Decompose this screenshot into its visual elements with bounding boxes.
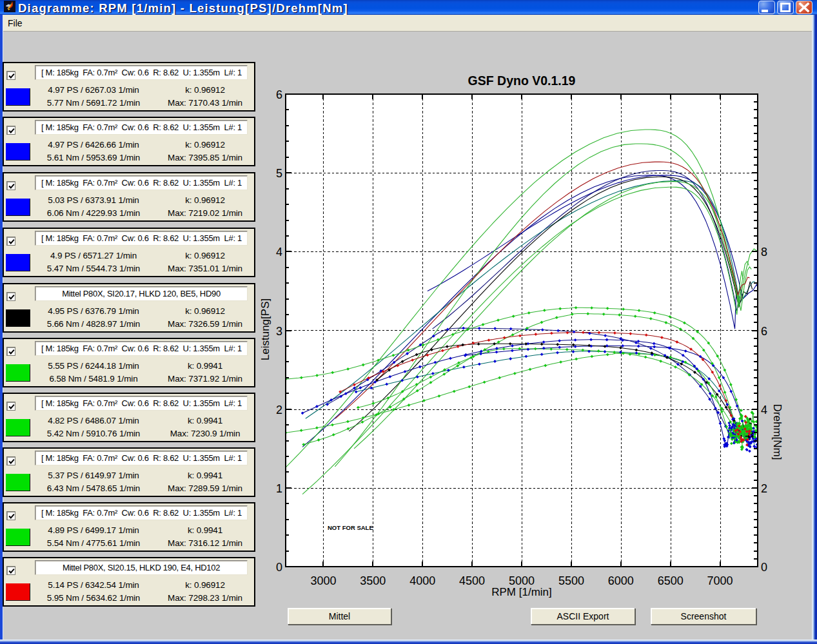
svg-text:7000: 7000: [707, 574, 733, 587]
svg-text:2: 2: [276, 404, 282, 416]
svg-text:1: 1: [276, 482, 282, 495]
svg-text:6: 6: [761, 325, 767, 338]
svg-text:5000: 5000: [509, 574, 535, 587]
svg-text:0: 0: [761, 561, 767, 574]
svg-text:4: 4: [761, 404, 767, 416]
svg-text:Leistung[PS]: Leistung[PS]: [259, 298, 271, 360]
svg-text:4500: 4500: [459, 574, 485, 587]
svg-text:6: 6: [276, 88, 282, 101]
svg-text:NOT FOR SALE: NOT FOR SALE: [328, 524, 373, 531]
svg-text:0: 0: [276, 561, 282, 574]
svg-text:5500: 5500: [558, 574, 584, 587]
svg-text:4000: 4000: [409, 574, 435, 587]
svg-text:GSF Dyno V0.1.19: GSF Dyno V0.1.19: [468, 73, 576, 88]
svg-text:3: 3: [276, 325, 282, 338]
svg-text:6500: 6500: [658, 574, 684, 587]
svg-text:4: 4: [276, 246, 282, 259]
svg-text:RPM [1/min]: RPM [1/min]: [491, 586, 552, 598]
svg-text:2: 2: [761, 482, 767, 495]
svg-text:5: 5: [276, 167, 282, 180]
svg-text:8: 8: [761, 246, 767, 259]
svg-text:6000: 6000: [608, 574, 634, 587]
svg-text:3500: 3500: [360, 574, 386, 587]
svg-text:3000: 3000: [310, 574, 336, 587]
svg-text:Drehm[Nm]: Drehm[Nm]: [771, 404, 783, 460]
